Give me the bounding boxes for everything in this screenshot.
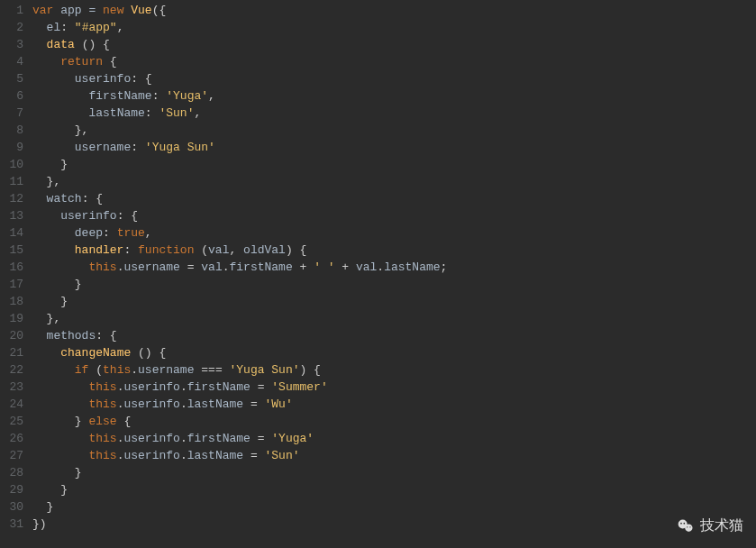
code-line[interactable]: return { [32, 53, 756, 70]
watermark-text: 技术猫 [700, 518, 743, 535]
token-this: this [88, 449, 116, 462]
token-punc: = [243, 397, 264, 411]
token-punc: : { [96, 329, 116, 342]
code-area[interactable]: var app = new Vue({ el: "#app", data () … [32, 0, 756, 548]
token-prop: firstName [187, 380, 250, 394]
token-punc: ) { [300, 363, 321, 377]
token-ident: app = [60, 4, 103, 17]
line-number: 16 [7, 259, 23, 276]
code-line[interactable]: deep: true, [32, 224, 756, 242]
code-line[interactable]: this.username = val.firstName + ' ' + va… [32, 259, 756, 276]
token-kw: function [138, 243, 201, 257]
token-punc: } [32, 158, 68, 171]
token-punc: ; [441, 260, 448, 274]
line-number: 24 [7, 396, 23, 413]
token-punc: , [208, 89, 215, 103]
token-strq: 'Yuga Sun' [230, 363, 300, 377]
token-this: this [88, 397, 116, 411]
line-number: 1 [7, 2, 23, 19]
token-plain [32, 141, 75, 154]
token-punc: { [123, 415, 131, 428]
token-prop: username [138, 363, 194, 377]
token-plain [32, 346, 60, 360]
code-line[interactable]: } [32, 276, 756, 293]
token-plain [32, 243, 75, 257]
line-number: 7 [7, 105, 23, 122]
code-line[interactable]: handler: function (val, oldVal) { [32, 242, 756, 259]
token-prop: deep [75, 226, 103, 240]
code-line[interactable]: if (this.username === 'Yuga Sun') { [32, 361, 756, 379]
code-line[interactable]: } [32, 498, 756, 516]
code-line[interactable]: changeName () { [32, 344, 756, 361]
code-line[interactable]: } else { [32, 413, 756, 430]
code-editor[interactable]: 1234567891011121314151617181920212223242… [0, 0, 756, 548]
code-line[interactable]: this.userinfo.firstName = 'Summer' [32, 379, 756, 396]
token-bool: true [117, 226, 145, 240]
svg-point-5 [689, 526, 690, 527]
token-strq: 'Yuga' [166, 89, 208, 103]
token-plain [32, 72, 75, 86]
line-number: 28 [7, 464, 23, 481]
token-ident: oldVal [243, 243, 286, 257]
code-line[interactable]: this.userinfo.lastName = 'Sun' [32, 447, 756, 464]
token-prop: userinfo [75, 72, 131, 86]
code-line[interactable]: } [32, 156, 756, 173]
token-punc: = [250, 432, 271, 445]
line-number: 21 [7, 344, 23, 361]
token-kw: new [103, 4, 131, 17]
token-punc: + [335, 260, 356, 274]
code-line[interactable]: el: "#app", [32, 19, 756, 36]
token-punc: }, [32, 175, 60, 188]
token-kw: var [32, 4, 60, 17]
code-line[interactable]: }) [32, 516, 756, 533]
code-line[interactable]: firstName: 'Yuga', [32, 87, 756, 105]
token-prop: lastName [187, 449, 243, 462]
code-line[interactable]: methods: { [32, 327, 756, 344]
code-line[interactable]: this.userinfo.lastName = 'Wu' [32, 396, 756, 413]
token-prop: username [75, 141, 131, 154]
line-number: 5 [7, 70, 23, 87]
token-this: this [103, 363, 131, 377]
token-fn: data [47, 38, 82, 51]
token-strq: 'Yuga' [271, 432, 314, 445]
token-punc: . [180, 432, 187, 445]
token-punc: . [377, 260, 384, 274]
code-line[interactable]: lastName: 'Sun', [32, 105, 756, 122]
token-kw: if [75, 363, 96, 377]
token-punc: } [32, 466, 82, 480]
code-line[interactable]: } [32, 293, 756, 310]
code-line[interactable]: this.userinfo.firstName = 'Yuga' [32, 430, 756, 447]
token-punc: , [145, 226, 152, 240]
token-punc: = [243, 449, 264, 462]
code-line[interactable]: }, [32, 310, 756, 327]
line-number: 27 [7, 447, 23, 464]
token-punc: }, [32, 123, 88, 137]
code-line[interactable]: username: 'Yuga Sun' [32, 139, 756, 156]
code-line[interactable]: } [32, 464, 756, 481]
token-punc: } [32, 415, 88, 428]
line-number: 15 [7, 242, 23, 259]
token-punc: , [229, 243, 243, 257]
code-line[interactable]: }, [32, 173, 756, 190]
code-line[interactable]: data () { [32, 36, 756, 53]
token-plain [32, 449, 88, 462]
token-punc: () { [82, 38, 110, 51]
code-line[interactable]: watch: { [32, 190, 756, 207]
svg-point-2 [680, 523, 682, 525]
token-punc: ( [201, 243, 208, 257]
code-line[interactable]: userinfo: { [32, 207, 756, 224]
line-number: 26 [7, 430, 23, 447]
token-punc: . [180, 449, 187, 462]
code-line[interactable]: } [32, 481, 756, 498]
token-this: this [88, 380, 116, 394]
token-punc: { [110, 55, 117, 68]
code-line[interactable]: userinfo: { [32, 70, 756, 87]
token-plain [32, 260, 88, 274]
token-prop: lastName [187, 397, 243, 411]
token-this: this [88, 260, 116, 274]
token-plain [32, 192, 47, 206]
code-line[interactable]: var app = new Vue({ [32, 2, 756, 19]
code-line[interactable]: }, [32, 122, 756, 139]
token-prop: userinfo [123, 380, 179, 394]
token-plain [32, 21, 47, 34]
